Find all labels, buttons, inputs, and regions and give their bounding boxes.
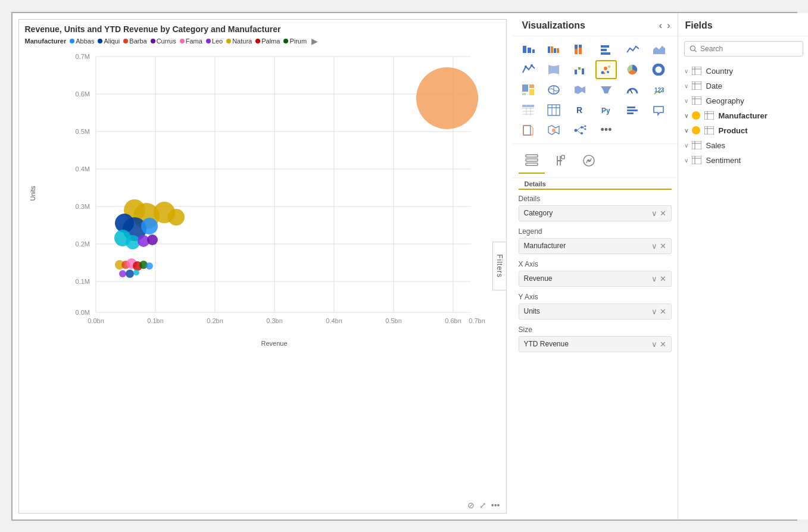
viz-icon-paginated[interactable] xyxy=(517,121,539,140)
svg-rect-58 xyxy=(557,48,559,53)
viz-icon-waterfall[interactable] xyxy=(569,60,591,79)
svg-text:0.4M: 0.4M xyxy=(75,165,89,173)
viz-icon-map2[interactable] xyxy=(543,121,564,140)
chart-area: Filters Revenue, Units and YTD Revenue b… xyxy=(18,19,507,514)
svg-rect-130 xyxy=(692,96,701,105)
svg-text:0.6M: 0.6M xyxy=(75,90,89,98)
legend-item-pirum: Pirum xyxy=(283,37,307,45)
viz-icon-area[interactable] xyxy=(648,40,669,59)
revenue-expand-icon[interactable]: ∨ xyxy=(651,274,657,283)
svg-point-31 xyxy=(416,67,478,129)
revenue-pill[interactable]: Revenue ∨ ✕ xyxy=(519,271,672,287)
legend-item-palma: Palma xyxy=(255,37,280,45)
ytd-revenue-pill[interactable]: YTD Revenue ∨ ✕ xyxy=(519,336,672,352)
viz-icon-python[interactable]: Py xyxy=(595,101,617,120)
svg-text:0.2bn: 0.2bn xyxy=(207,317,223,324)
legend-item-currus: Currus xyxy=(151,37,176,45)
viz-icon-scatter[interactable] xyxy=(595,60,617,79)
viz-icon-stacked-bar[interactable] xyxy=(517,40,539,59)
field-item-product[interactable]: ∨ Product xyxy=(678,123,809,138)
field-item-sales[interactable]: ∨ Sales xyxy=(678,138,809,153)
manufacturer-expand-icon[interactable]: ∨ xyxy=(651,242,657,251)
units-pill[interactable]: Units ∨ ✕ xyxy=(519,303,672,320)
units-expand-icon[interactable]: ∨ xyxy=(651,307,657,316)
viz-icon-table[interactable] xyxy=(543,101,564,120)
viz-format-tab[interactable] xyxy=(547,148,573,174)
viz-icon-treemap[interactable] xyxy=(517,80,539,99)
viz-analytics-tab[interactable] xyxy=(576,148,602,174)
viz-nav-prev[interactable]: ‹ xyxy=(659,20,662,31)
search-input[interactable] xyxy=(700,45,797,53)
product-expand-icon: ∨ xyxy=(684,127,688,134)
manufacturer-pill[interactable]: Manufacturer ∨ ✕ xyxy=(519,238,672,254)
viz-icon-smart-narrative[interactable] xyxy=(622,101,643,120)
viz-nav-next[interactable]: › xyxy=(667,20,670,31)
viz-icon-donut[interactable] xyxy=(648,60,669,79)
field-item-date[interactable]: ∨ Date xyxy=(678,79,809,93)
country-expand-icon: ∨ xyxy=(684,68,688,74)
search-icon xyxy=(690,45,697,53)
fields-list: ∨ Country ∨ Date ∨ Geography ∨ Manufactu… xyxy=(678,61,809,520)
svg-line-87 xyxy=(630,89,632,93)
viz-icon-more[interactable]: ••• xyxy=(595,121,617,140)
units-remove-icon[interactable]: ✕ xyxy=(660,307,666,316)
field-item-geography[interactable]: ∨ Geography xyxy=(678,93,809,108)
viz-icon-kpi[interactable]: 123 xyxy=(648,80,669,99)
viz-icon-clustered-bar[interactable] xyxy=(543,40,564,59)
sales-expand-icon: ∨ xyxy=(684,142,688,149)
viz-icon-filled-map[interactable] xyxy=(569,80,591,99)
category-pill[interactable]: Category ∨ ✕ xyxy=(519,205,672,221)
chart-footer: ⊘ ⤢ ••• xyxy=(467,500,500,510)
svg-point-106 xyxy=(552,129,556,132)
product-field-label: Product xyxy=(719,126,748,135)
product-yellow-dot xyxy=(692,126,700,134)
viz-icon-pie[interactable] xyxy=(622,60,643,79)
more-options-icon[interactable]: ••• xyxy=(491,500,500,510)
viz-icon-gauge[interactable] xyxy=(622,80,643,99)
viz-fields-tab[interactable] xyxy=(519,148,545,174)
revenue-remove-icon[interactable]: ✕ xyxy=(660,274,666,283)
viz-icon-decomp-tree[interactable] xyxy=(569,121,591,140)
svg-rect-57 xyxy=(554,48,556,53)
svg-text:0.4bn: 0.4bn xyxy=(326,317,342,324)
ytd-remove-icon[interactable]: ✕ xyxy=(660,340,666,349)
manufacturer-remove-icon[interactable]: ✕ xyxy=(660,242,666,251)
sentiment-field-label: Sentiment xyxy=(706,156,741,165)
legend-more-icon[interactable]: ▶ xyxy=(311,36,318,46)
viz-icon-funnel[interactable] xyxy=(595,80,617,99)
svg-point-73 xyxy=(604,67,607,70)
legend-label-field: Legend xyxy=(519,227,672,236)
viz-icon-map[interactable] xyxy=(543,80,564,99)
expand-icon[interactable]: ⤢ xyxy=(479,500,486,510)
viz-icon-bar-horizontal[interactable] xyxy=(595,40,617,59)
viz-icon-ribbon[interactable] xyxy=(543,60,564,79)
country-field-label: Country xyxy=(706,67,734,76)
filter-icon[interactable]: ⊘ xyxy=(467,500,475,510)
svg-rect-124 xyxy=(692,67,701,75)
svg-line-113 xyxy=(577,130,581,133)
svg-text:0.7M: 0.7M xyxy=(75,53,89,60)
field-item-manufacturer[interactable]: ∨ Manufacturer xyxy=(678,108,809,123)
ytd-expand-icon[interactable]: ∨ xyxy=(651,340,657,349)
viz-icon-qna[interactable] xyxy=(648,101,669,120)
svg-text:Py: Py xyxy=(601,107,610,115)
viz-icon-line[interactable] xyxy=(622,40,643,59)
legend-item-leo: Leo xyxy=(206,37,223,45)
svg-rect-80 xyxy=(522,85,528,92)
svg-point-38 xyxy=(141,218,158,234)
viz-icon-100-stacked[interactable] xyxy=(569,40,591,59)
svg-point-109 xyxy=(581,132,583,134)
viz-icon-r[interactable]: R xyxy=(569,101,591,120)
details-group: Details Category ∨ ✕ xyxy=(519,195,672,221)
svg-point-75 xyxy=(607,71,609,73)
fields-search-box[interactable] xyxy=(684,41,803,57)
viz-icon-line2[interactable] xyxy=(517,60,539,79)
viz-icon-matrix[interactable] xyxy=(517,101,539,120)
field-item-country[interactable]: ∨ Country xyxy=(678,64,809,79)
svg-text:0.1M: 0.1M xyxy=(75,278,89,285)
category-expand-icon[interactable]: ∨ xyxy=(651,209,657,218)
svg-rect-116 xyxy=(526,155,538,157)
category-remove-icon[interactable]: ✕ xyxy=(660,209,666,218)
field-item-sentiment[interactable]: ∨ Sentiment xyxy=(678,153,809,168)
viz-bottom-tabs xyxy=(513,144,678,178)
